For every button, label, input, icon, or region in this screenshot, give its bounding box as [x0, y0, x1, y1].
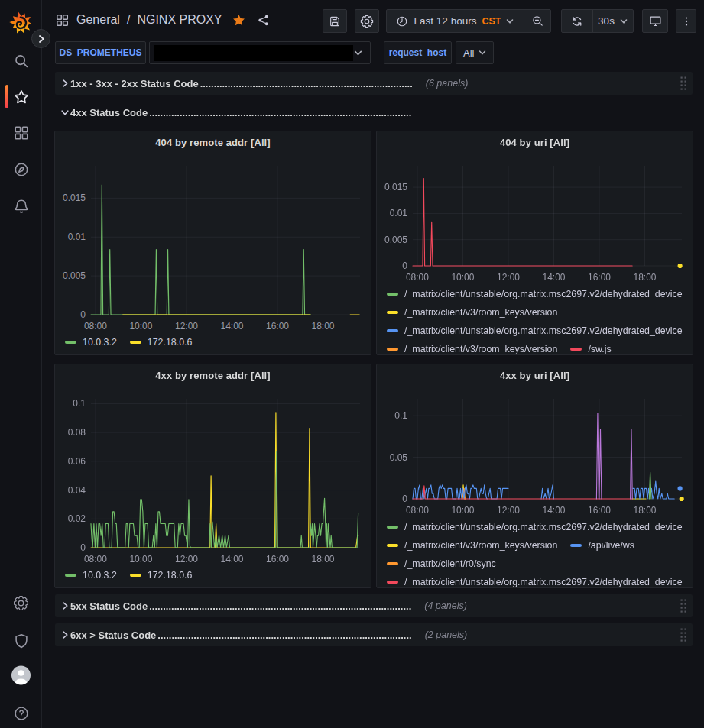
chevron-down-icon [505, 17, 514, 26]
y-axis-tick-label: 0.01 [390, 208, 408, 218]
legend-series-label: /sw.js [588, 344, 611, 354]
sidebar-item-dashboards[interactable] [11, 123, 31, 142]
clock-icon [396, 15, 408, 28]
refresh-interval-dropdown[interactable]: 30s [593, 10, 633, 32]
legend-item[interactable]: /sw.js [570, 344, 611, 354]
more-options-button[interactable] [676, 9, 696, 33]
legend-series-dash [65, 341, 76, 344]
legend-series-dash [570, 544, 582, 547]
legend-item[interactable]: 172.18.0.6 [130, 570, 193, 581]
chevron-down-icon [353, 48, 363, 58]
breadcrumb-folder[interactable]: General [76, 13, 120, 27]
time-range-label: Last 12 hours [414, 15, 477, 27]
sidebar-expand-button[interactable] [31, 29, 50, 48]
timezone-label: CST [482, 16, 501, 27]
refresh-interval-label: 30s [598, 15, 615, 27]
zoom-out-button[interactable] [524, 10, 550, 32]
legend-row: /_matrix/client/unstable/org.matrix.msc2… [387, 518, 691, 536]
sidebar-item-search[interactable] [11, 51, 31, 70]
legend-series-label: /_matrix/client/r0/sync [404, 558, 496, 569]
series-line [633, 481, 674, 499]
legend-series-dash [387, 311, 398, 314]
legend-series-label: /_matrix/client/v3/room_keys/version [404, 307, 557, 318]
panel-title[interactable]: 4xx by uri [All] [377, 370, 693, 381]
variable-label-request-host[interactable]: request_host [384, 41, 452, 64]
legend-series-label: /_matrix/client/unstable/org.matrix.msc2… [404, 522, 683, 532]
kebab-icon [680, 15, 693, 28]
x-axis-tick-label: 14:00 [220, 321, 243, 332]
legend-series-label: 172.18.0.6 [148, 337, 193, 348]
sidebar-item-profile[interactable] [11, 665, 31, 684]
time-range-picker[interactable]: Last 12 hours CST [387, 10, 524, 32]
row-drag-handle[interactable] [680, 76, 688, 91]
sidebar-item-starred[interactable] [11, 87, 31, 106]
variable-value-ds-prometheus[interactable] [149, 41, 371, 64]
row-panel-count: (6 panels) [426, 78, 469, 89]
panel-title[interactable]: 4xx by remote addr [All] [55, 370, 371, 381]
apps-icon [55, 13, 70, 28]
legend-item[interactable]: 172.18.0.6 [130, 337, 193, 348]
gear-icon [360, 15, 374, 28]
legend-item[interactable]: 10.0.3.2 [65, 337, 117, 348]
legend-item[interactable]: 10.0.3.2 [65, 570, 117, 581]
legend-item[interactable]: /_matrix/client/v3/room_keys/version [387, 344, 557, 354]
sidebar-item-server-admin[interactable] [11, 631, 31, 650]
redacted-value [154, 45, 353, 61]
legend: 10.0.3.2172.18.0.6 [65, 565, 369, 586]
share-button[interactable] [257, 14, 270, 27]
legend-series-label: /_matrix/client/v3/room_keys/version [404, 344, 557, 354]
legend-item[interactable]: /_matrix/client/unstable/org.matrix.msc2… [387, 325, 683, 336]
legend-series-dash [387, 329, 398, 332]
row-drag-handle[interactable] [680, 627, 688, 642]
legend-item[interactable]: /_matrix/client/unstable/org.matrix.msc2… [387, 577, 683, 587]
x-axis-tick-label: 18:00 [633, 272, 656, 283]
breadcrumb: General / NGINX PROXY [55, 0, 270, 40]
dashboard-row-header[interactable]: 6xx > Status Code.......................… [55, 623, 693, 646]
dashboard-row-header[interactable]: 4xx Status Code.........................… [55, 101, 693, 124]
tv-view-button[interactable] [642, 9, 668, 33]
avatar [11, 664, 31, 687]
dashboard-row-header[interactable]: 5xx Status Code.........................… [55, 594, 693, 617]
legend-item[interactable]: /_matrix/client/v3/room_keys/version [387, 307, 557, 318]
variable-value-request-host[interactable]: All [456, 41, 494, 64]
legend-item[interactable]: /_matrix/client/v3/room_keys/version [387, 540, 557, 551]
time-series-chart[interactable]: 00.0050.010.01508:0010:0012:0014:0016:00… [55, 131, 371, 355]
legend: /_matrix/client/unstable/org.matrix.msc2… [387, 518, 691, 588]
legend-item[interactable]: /api/live/ws [570, 540, 634, 551]
sidebar-item-configuration[interactable] [11, 594, 31, 613]
row-drag-handle[interactable] [680, 598, 688, 613]
panel-title[interactable]: 404 by uri [All] [377, 137, 693, 148]
panel: 00.050.108:0010:0012:0014:0016:0018:004x… [376, 364, 693, 588]
dashboard-settings-button[interactable] [355, 9, 379, 33]
save-dashboard-button[interactable] [323, 9, 347, 33]
sidebar-item-alerting[interactable] [11, 196, 31, 215]
x-axis-tick-label: 16:00 [266, 554, 289, 565]
legend-item[interactable]: /_matrix/client/r0/sync [387, 558, 496, 569]
dashboard-row-header[interactable]: 1xx - 3xx - 2xx Status Code.............… [55, 72, 693, 95]
favorite-star-button[interactable] [232, 13, 246, 28]
legend-item[interactable]: /_matrix/client/unstable/org.matrix.msc2… [387, 522, 683, 532]
time-controls: Last 12 hours CST [386, 9, 551, 33]
save-icon [329, 15, 341, 28]
x-axis-tick-label: 10:00 [129, 321, 152, 332]
sidebar-item-help[interactable] [11, 704, 31, 723]
sidebar-item-explore[interactable] [11, 160, 31, 179]
y-axis-tick-label: 0.015 [63, 193, 86, 203]
variable-value-label: All [463, 47, 474, 59]
time-series-chart[interactable]: 00.020.040.060.080.108:0010:0012:0014:00… [55, 364, 371, 588]
legend-row: /_matrix/client/unstable/org.matrix.msc2… [387, 573, 691, 588]
variable-label-ds-prometheus[interactable]: DS_PROMETHEUS [55, 41, 146, 64]
y-axis-tick-label: 0.06 [68, 456, 86, 467]
y-axis-tick-label: 0.1 [394, 410, 407, 421]
grafana-logo[interactable] [8, 9, 34, 36]
share-icon [257, 14, 270, 27]
x-axis-tick-label: 08:00 [406, 272, 429, 283]
panel: 00.020.040.060.080.108:0010:0012:0014:00… [54, 364, 371, 588]
legend-row: 10.0.3.2172.18.0.6 [65, 332, 369, 353]
x-axis-tick-label: 08:00 [84, 554, 107, 565]
legend-item[interactable]: /_matrix/client/unstable/org.matrix.msc2… [387, 289, 683, 299]
refresh-button[interactable] [562, 10, 592, 32]
panel-title[interactable]: 404 by remote addr [All] [55, 137, 371, 148]
x-axis-tick-label: 14:00 [542, 505, 565, 516]
legend-series-dash [387, 348, 398, 351]
